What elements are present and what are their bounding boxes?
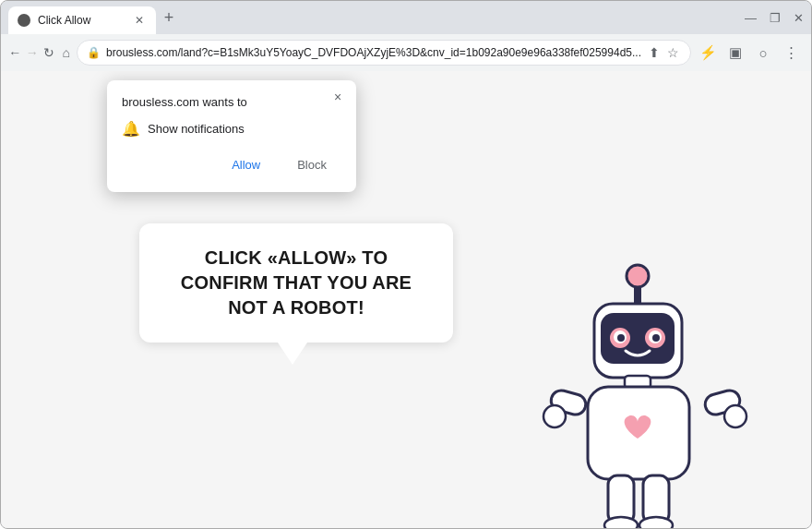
robot-illustration: [525, 256, 765, 528]
browser-tab[interactable]: Click Allow ✕: [8, 6, 156, 34]
address-actions: ⬆ ☆: [647, 43, 681, 62]
lock-icon: 🔒: [87, 46, 101, 59]
permission-text: Show notifications: [148, 122, 245, 136]
window-controls: — ❐ ✕: [745, 11, 811, 25]
minimize-button[interactable]: —: [745, 11, 757, 25]
navigation-bar: ← → ↻ ⌂ 🔒 brousless.com/land?c=B1sMk3uY5…: [1, 34, 811, 71]
svg-point-16: [724, 405, 746, 427]
notification-popup: × brousless.com wants to 🔔 Show notifica…: [107, 80, 356, 192]
svg-point-15: [543, 405, 566, 427]
block-button[interactable]: Block: [282, 152, 341, 177]
forward-button[interactable]: →: [26, 40, 40, 66]
close-button[interactable]: ✕: [794, 11, 804, 25]
tab-title: Click Allow: [38, 14, 125, 27]
bookmark-icon[interactable]: ☆: [665, 43, 681, 62]
svg-point-20: [639, 517, 673, 528]
popup-buttons: Allow Block: [122, 152, 341, 177]
svg-point-10: [652, 334, 660, 342]
address-bar[interactable]: 🔒 brousless.com/land?c=B1sMk3uY5YoayC_DV…: [77, 40, 691, 66]
account-button[interactable]: ○: [750, 40, 776, 66]
url-text: brousless.com/land?c=B1sMk3uY5YoayC_DVFD…: [106, 46, 641, 59]
tab-close-button[interactable]: ✕: [132, 13, 147, 28]
back-button[interactable]: ←: [8, 40, 22, 66]
sidebar-button[interactable]: ▣: [722, 40, 748, 66]
title-bar: Click Allow ✕ + — ❐ ✕: [1, 1, 811, 34]
tab-strip: Click Allow ✕ +: [1, 1, 182, 34]
popup-domain-text: brousless.com wants to: [122, 95, 341, 109]
robot-svg: [525, 256, 765, 528]
browser-window: Click Allow ✕ + — ❐ ✕ ← → ↻ ⌂ 🔒 brousles…: [0, 0, 812, 529]
svg-point-9: [617, 334, 625, 342]
menu-button[interactable]: ⋮: [778, 40, 804, 66]
home-button[interactable]: ⌂: [60, 40, 74, 66]
svg-point-2: [627, 265, 649, 287]
speech-bubble: CLICK «ALLOW» TO CONFIRM THAT YOU ARE NO…: [139, 223, 453, 343]
new-tab-button[interactable]: +: [156, 5, 182, 30]
share-icon[interactable]: ⬆: [647, 43, 662, 62]
tab-favicon: [18, 14, 30, 27]
reload-button[interactable]: ↻: [42, 40, 56, 66]
svg-point-19: [604, 517, 638, 528]
page-content: × brousless.com wants to 🔔 Show notifica…: [1, 71, 811, 528]
restore-button[interactable]: ❐: [770, 11, 781, 25]
extensions-button[interactable]: ⚡: [695, 40, 721, 66]
toolbar-actions: ⚡ ▣ ○ ⋮: [695, 40, 804, 66]
popup-permission-row: 🔔 Show notifications: [122, 120, 341, 138]
popup-close-button[interactable]: ×: [328, 88, 347, 106]
allow-button[interactable]: Allow: [217, 152, 275, 177]
bell-icon: 🔔: [122, 120, 140, 138]
bubble-text: CLICK «ALLOW» TO CONFIRM THAT YOU ARE NO…: [165, 246, 427, 320]
